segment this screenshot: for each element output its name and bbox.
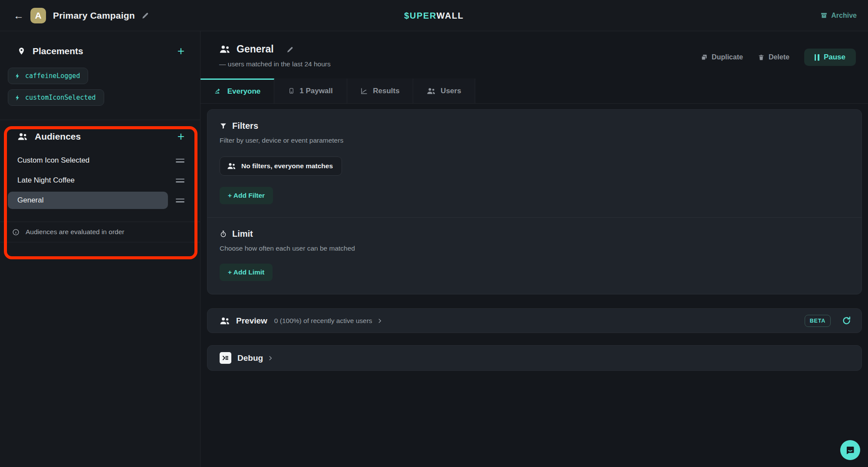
- lightning-icon: [14, 72, 21, 80]
- audience-row: Late Night Coffee: [8, 170, 184, 190]
- audience-list: Custom Icon Selected Late Night Coffee G…: [8, 150, 184, 210]
- delete-button[interactable]: Delete: [758, 53, 789, 61]
- audience-actions: Duplicate Delete Pause: [700, 49, 856, 66]
- audience-item-general[interactable]: General: [8, 192, 168, 209]
- filters-section: Filters Filter by user, device or event …: [207, 110, 861, 217]
- limit-section: Limit Choose how often each user can be …: [207, 218, 861, 294]
- people-icon: [17, 133, 28, 140]
- trash-icon: [758, 54, 765, 61]
- placement-chip[interactable]: customIconSelected: [8, 89, 104, 106]
- audience-subtitle: — users matched in the last 24 hours: [219, 60, 331, 68]
- placements-header: Placements +: [0, 31, 200, 56]
- add-placement-button[interactable]: +: [178, 47, 184, 56]
- tab-users[interactable]: Users: [413, 78, 475, 103]
- archive-icon: [820, 12, 828, 19]
- audience-title: General: [237, 43, 274, 55]
- debug-title: Debug: [237, 353, 263, 363]
- audience-row: Custom Icon Selected: [8, 150, 184, 170]
- app-avatar[interactable]: A: [30, 8, 46, 23]
- tab-content: Filters Filter by user, device or event …: [201, 104, 868, 371]
- chevron-right-icon: [267, 355, 273, 361]
- superwall-campaign-page: ← A Primary Campaign $UPERWALL Archive P…: [0, 0, 868, 467]
- phone-icon: [288, 87, 295, 95]
- back-button[interactable]: ←: [11, 8, 26, 23]
- superwall-logo: $UPERWALL: [404, 10, 464, 20]
- tab-everyone[interactable]: Everyone: [201, 78, 274, 103]
- drag-handle-icon[interactable]: [176, 179, 184, 183]
- beta-badge: BETA: [805, 315, 831, 327]
- drag-handle-icon[interactable]: [176, 199, 184, 202]
- audience-row: General: [8, 190, 184, 210]
- audiences-title: Audiences: [35, 131, 81, 142]
- pause-icon: [815, 54, 819, 61]
- placement-list: caffeineLogged customIconSelected: [8, 68, 200, 106]
- limit-subtitle: Choose how often each user can be matche…: [220, 245, 848, 252]
- info-icon: [12, 229, 20, 236]
- audiences-note: Audiences are evaluated in order: [0, 222, 200, 242]
- stopwatch-icon: [220, 230, 227, 238]
- preview-subtitle: 0 (100%) of recently active users: [274, 317, 372, 325]
- filters-subtitle: Filter by user, device or event paramete…: [220, 137, 848, 144]
- people-icon: [219, 45, 230, 53]
- filters-limit-card: Filters Filter by user, device or event …: [207, 109, 862, 294]
- drag-handle-icon[interactable]: [176, 159, 184, 163]
- terminal-icon: [220, 352, 231, 364]
- filters-title: Filters: [232, 121, 258, 131]
- no-filters-chip: No filters, everyone matches: [220, 157, 342, 176]
- tab-results[interactable]: Results: [347, 78, 413, 103]
- limit-title: Limit: [232, 229, 253, 239]
- flow-arrow-icon: [214, 88, 223, 95]
- chart-icon: [360, 87, 368, 95]
- audience-item-custom-icon-selected[interactable]: Custom Icon Selected: [8, 152, 168, 169]
- tab-paywall[interactable]: 1 Paywall: [274, 78, 347, 103]
- main-panel: General — users matched in the last 24 h…: [201, 31, 868, 467]
- lightning-icon: [14, 94, 21, 101]
- add-audience-button[interactable]: +: [178, 132, 184, 141]
- people-icon: [227, 163, 236, 170]
- placements-title: Placements: [33, 46, 83, 56]
- archive-button[interactable]: Archive: [820, 12, 857, 20]
- tab-bar: Everyone 1 Paywall Results: [201, 78, 868, 104]
- pause-button[interactable]: Pause: [804, 49, 856, 66]
- top-bar: ← A Primary Campaign $UPERWALL Archive: [0, 0, 868, 31]
- audience-header: General — users matched in the last 24 h…: [201, 31, 868, 68]
- refresh-icon[interactable]: [842, 316, 851, 325]
- people-icon: [427, 88, 436, 95]
- duplicate-icon: [700, 54, 708, 61]
- duplicate-button[interactable]: Duplicate: [700, 53, 743, 61]
- location-pin-icon: [17, 46, 26, 56]
- audience-item-late-night-coffee[interactable]: Late Night Coffee: [8, 172, 168, 189]
- placement-chip[interactable]: caffeineLogged: [8, 68, 88, 84]
- preview-card[interactable]: Preview 0 (100%) of recently active user…: [207, 308, 862, 333]
- funnel-icon: [220, 122, 227, 130]
- chat-launcher-button[interactable]: [840, 440, 860, 460]
- debug-card[interactable]: Debug: [207, 345, 862, 371]
- chevron-right-icon: [377, 318, 383, 324]
- sidebar: Placements + caffeineLogged customIconSe…: [0, 31, 201, 467]
- preview-title: Preview: [236, 316, 267, 326]
- add-limit-button[interactable]: + Add Limit: [220, 264, 273, 281]
- add-filter-button[interactable]: + Add Filter: [220, 187, 273, 204]
- edit-campaign-icon[interactable]: [141, 11, 149, 20]
- chat-bubble-icon: [845, 445, 855, 455]
- people-icon: [220, 317, 230, 325]
- campaign-title: Primary Campaign: [53, 10, 135, 21]
- edit-audience-icon[interactable]: [286, 46, 294, 53]
- audiences-header: Audiences +: [0, 120, 200, 142]
